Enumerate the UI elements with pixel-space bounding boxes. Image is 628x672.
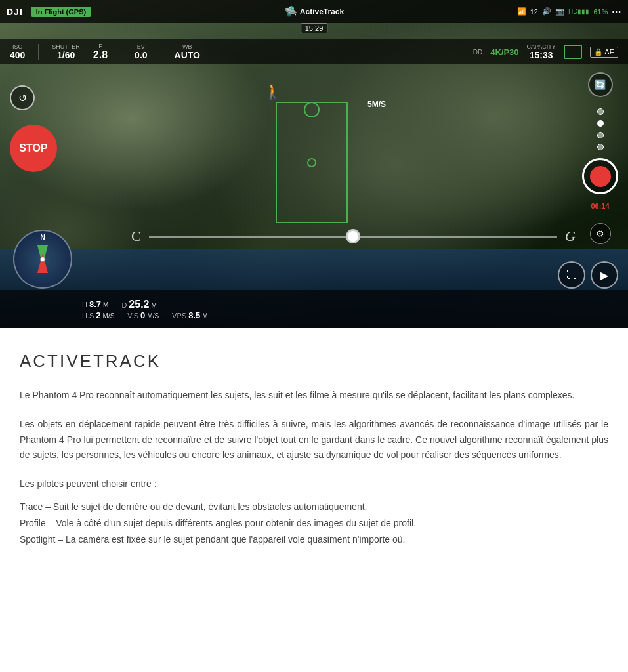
capacity-label: CAPACITY: [527, 43, 556, 50]
speed-bar-track[interactable]: [149, 236, 557, 238]
signal-count: 12: [530, 8, 538, 16]
zoom-dot-1: [597, 108, 604, 115]
compass-widget: N: [13, 230, 72, 289]
remote-signal-icon: 📶: [517, 7, 526, 16]
modes-list: Trace – Suit le sujet de derrière ou de …: [20, 499, 608, 549]
cam-divider-3: [161, 44, 161, 60]
iso-label: ISO: [12, 43, 23, 50]
paragraph-2: Les objets en déplacement rapide peuvent…: [20, 417, 608, 463]
vps-display: VPS 8.5 M: [172, 310, 207, 320]
paragraph-1: Le Phantom 4 Pro reconnaît automatiqueme…: [20, 388, 608, 404]
horizontal-speed-display: H.S 2 M/S: [82, 310, 114, 320]
camera-settings-bar: ISO 400 SHUTTER 1/60 F 2.8 EV 0.0 WB AUT…: [0, 39, 628, 64]
cam-divider-1: [38, 44, 39, 60]
zoom-dot-2: [597, 120, 604, 127]
resolution-value: 4K/P30: [490, 47, 518, 57]
telemetry-row-1: H 8.7 M D 25.2 M: [82, 299, 546, 310]
subject-tracking-box: 🚶 5M/S: [276, 102, 348, 223]
status-bar: DJI In Flight (GPS) 🛸 ActiveTrack 📶 12 🔊…: [0, 0, 628, 23]
record-button[interactable]: [582, 158, 618, 194]
dji-logo: DJI: [7, 7, 23, 17]
speed-bar-right-icon: G: [565, 228, 576, 245]
content-section: ACTIVETRACK Le Phantom 4 Pro reconnaît a…: [0, 328, 628, 575]
resolution-setting: 4K/P30: [490, 47, 518, 57]
iso-value: 400: [10, 50, 25, 60]
compass-north-label: N: [40, 234, 45, 241]
capacity-setting: CAPACITY 15:33: [527, 43, 556, 60]
f-setting: F 2.8: [93, 43, 108, 61]
zoom-slider[interactable]: [597, 108, 604, 150]
ev-label: EV: [137, 43, 145, 50]
compass-center-dot: [40, 257, 45, 262]
wb-setting: WB AUTO: [175, 43, 200, 60]
mode-trace: Trace – Suit le sujet de derrière ou de …: [20, 499, 608, 515]
zoom-dot-4: [597, 144, 604, 150]
camera-switch-button[interactable]: 🔄: [588, 72, 613, 97]
telemetry-row-2: H.S 2 M/S V.S 0 M/S VPS 8.5 M: [82, 310, 546, 320]
speed-bar-left-icon: C: [131, 228, 141, 245]
drone-video-frame: DJI In Flight (GPS) 🛸 ActiveTrack 📶 12 🔊…: [0, 0, 628, 328]
speed-bar-thumb[interactable]: [346, 229, 360, 243]
hd-signal: HD▮▮▮: [568, 8, 589, 15]
wb-label: WB: [182, 43, 192, 50]
ae-badge: 🔒 AE: [590, 47, 618, 58]
playback-button[interactable]: ▶: [591, 261, 618, 289]
camera-signal-icon: 📷: [555, 7, 564, 16]
page-title: ACTIVETRACK: [20, 351, 608, 371]
capacity-value: 15:33: [530, 50, 553, 60]
shutter-label: SHUTTER: [52, 43, 80, 50]
battery-indicator: 61%: [593, 8, 608, 16]
stop-button[interactable]: STOP: [10, 125, 57, 172]
rotate-button[interactable]: ↺: [10, 85, 35, 110]
height-display: H 8.7 M: [82, 299, 108, 309]
zoom-dot-3: [597, 132, 604, 138]
mode-spotlight: Spotlight – La caméra est fixée sur le s…: [20, 532, 608, 548]
right-controls: 🔄 06:14 ⚙: [582, 72, 618, 244]
telemetry-bar: H 8.7 M D 25.2 M H.S 2 M/S V.S 0 M/S V: [0, 290, 628, 328]
mode-profile: Profile – Vole à côté d'un sujet depuis …: [20, 515, 608, 532]
active-track-label: 🛸 ActiveTrack: [284, 5, 344, 18]
settings-button[interactable]: ⚙: [590, 223, 611, 244]
left-controls: ↺ STOP: [10, 85, 57, 172]
ev-setting: EV 0.0: [135, 43, 147, 60]
pilots-intro: Les pilotes peuvent choisir entre :: [20, 476, 608, 492]
status-icons: 📶 12 🔊 📷 HD▮▮▮ 61% •••: [517, 7, 621, 16]
speed-indicator: 5M/S: [367, 100, 386, 109]
more-options-icon: •••: [612, 8, 621, 16]
fullscreen-button[interactable]: ⛶: [558, 261, 585, 289]
flight-status-badge: In Flight (GPS): [31, 7, 91, 17]
walk-icon: 🚶: [264, 83, 282, 100]
cam-right-section: DD 4K/P30 CAPACITY 15:33 🔒 AE: [473, 43, 618, 60]
wb-value: AUTO: [175, 50, 200, 60]
speed-control-bar[interactable]: C G: [131, 223, 576, 249]
record-timer: 06:14: [591, 202, 609, 210]
sound-icon: 🔊: [542, 7, 551, 16]
bottom-right-controls: ⛶ ▶: [558, 261, 618, 289]
distance-display: D 25.2 M: [121, 299, 156, 310]
iso-setting: ISO 400: [10, 43, 25, 60]
target-dot: [307, 158, 316, 167]
cam-divider-2: [121, 44, 121, 60]
ev-value: 0.0: [135, 50, 147, 60]
drone-icon: 🛸: [284, 5, 297, 18]
shutter-value: 1/60: [57, 50, 75, 60]
vertical-speed-display: V.S 0 M/S: [127, 310, 159, 320]
record-indicator: [590, 166, 611, 187]
focus-indicator: [564, 45, 582, 59]
shutter-setting: SHUTTER 1/60: [52, 43, 80, 60]
compass-inner: N: [14, 231, 71, 287]
f-value: 2.8: [93, 49, 108, 61]
dd-label: DD: [473, 49, 482, 56]
flight-timer: 15:29: [301, 23, 328, 33]
f-label: F: [98, 43, 102, 49]
